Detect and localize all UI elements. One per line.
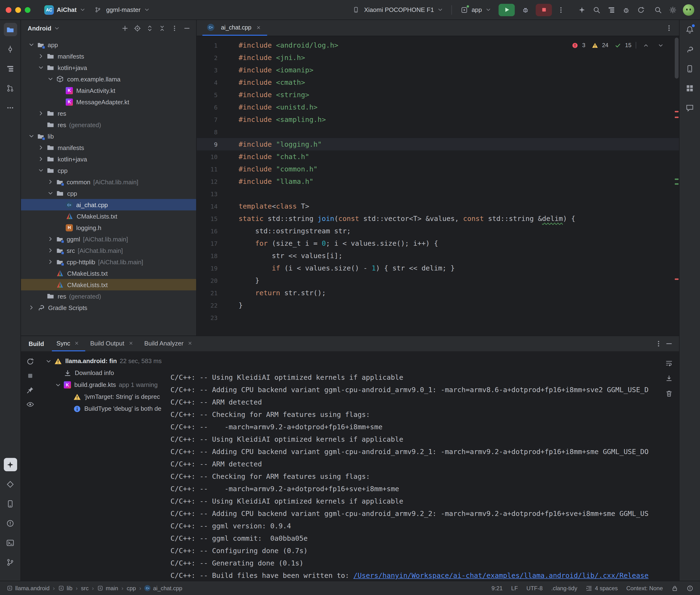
profile-avatar[interactable] [683, 4, 694, 16]
code-line[interactable]: 13 [197, 188, 679, 200]
tree-arrow[interactable] [37, 155, 45, 163]
tree-arrow[interactable] [37, 144, 45, 151]
code-line[interactable]: 2#include <jni.h> [197, 51, 679, 64]
build-tab-build-analyzer[interactable]: Build Analyzer [140, 336, 199, 351]
tree-arrow[interactable] [54, 381, 62, 389]
tree-item-manifests[interactable]: manifests [21, 142, 196, 153]
tree-item-app[interactable]: app [21, 39, 196, 51]
pin-tab-button[interactable] [24, 384, 36, 396]
layout-inspector-button[interactable] [683, 81, 696, 95]
tree-item-kotlin-java[interactable]: kotlin+java [21, 153, 196, 165]
expand-all-icon[interactable] [144, 22, 155, 34]
tree-item-cpp[interactable]: cpp [21, 188, 196, 199]
code-line[interactable]: 5#include <string> [197, 89, 679, 101]
code-line[interactable]: 12#include "llama.h" [197, 175, 679, 188]
tree-item-src[interactable]: src[AiChat.lib.main] [21, 245, 196, 256]
tree-item-ggml[interactable]: ggml[AiChat.lib.main] [21, 233, 196, 245]
stripe-mark-error[interactable] [675, 111, 678, 112]
tree-item-mainactivity-kt[interactable]: KMainActivity.kt [21, 85, 196, 96]
prev-problem-icon[interactable] [640, 40, 651, 51]
build-window-title[interactable]: Build [29, 340, 44, 347]
code-line[interactable]: 6#include <unistd.h> [197, 101, 679, 113]
code-line[interactable]: 22} [197, 299, 679, 311]
tree-item-res[interactable]: res(generated) [21, 119, 196, 131]
code-line[interactable]: 14template<class T> [197, 200, 679, 213]
minimize-window-button[interactable] [15, 7, 21, 12]
tree-item-com-example-llama[interactable]: com.example.llama [21, 73, 196, 85]
app-insights-button[interactable] [683, 101, 696, 114]
status-ide-messages[interactable] [687, 585, 693, 591]
terminal-button[interactable] [4, 536, 17, 549]
project-view-selector[interactable]: Android [28, 25, 60, 32]
status-context[interactable]: Context: None [626, 585, 663, 591]
next-problem-icon[interactable] [655, 40, 666, 51]
tree-item-download-info[interactable]: Download info [39, 367, 162, 379]
vcs-branch-selector[interactable]: ggml-master [89, 3, 153, 17]
ai-actions-icon[interactable] [577, 4, 587, 15]
editor-tab-options-icon[interactable] [664, 23, 674, 33]
tree-item-res[interactable]: res(generated) [21, 290, 196, 302]
code-line[interactable]: 18 str << values[i]; [197, 250, 679, 262]
code-line[interactable]: 21 return str.str(); [197, 287, 679, 299]
code-line[interactable]: 23 [197, 311, 679, 324]
hide-icon[interactable] [181, 22, 192, 34]
scroll-to-end-icon[interactable] [664, 373, 674, 384]
code-line[interactable]: 9#include "logging.h" [197, 138, 679, 150]
tree-item-lib[interactable]: lib [21, 131, 196, 142]
profiler-icon[interactable] [621, 4, 632, 15]
tree-item-buildtype-debug-is-both-de[interactable]: BuildType 'debug' is both de [39, 403, 162, 415]
breadcrumb-ai-chat-cpp[interactable]: C+ai_chat.cpp [145, 585, 183, 591]
passed-count[interactable]: 15 [613, 40, 632, 51]
tree-item-cmakelists-txt[interactable]: CMakeLists.txt [21, 267, 196, 279]
tree-item-ai-chat-cpp[interactable]: C+ai_chat.cpp [21, 199, 196, 210]
project-selector[interactable]: AC AiChat [41, 3, 89, 17]
code-line[interactable]: 20 } [197, 274, 679, 287]
problems-button[interactable] [4, 516, 17, 530]
close-tab-icon[interactable] [73, 340, 81, 347]
code-line[interactable]: 17 for (size_t i = 0; i < values.size();… [197, 237, 679, 250]
commit-button[interactable] [4, 42, 17, 56]
add-icon[interactable] [119, 22, 131, 34]
code-line[interactable]: 4#include <cmath> [197, 76, 679, 89]
tab-ai_chat-cpp[interactable]: C+ ai_chat.cpp [202, 20, 267, 36]
code-line[interactable]: 3#include <iomanip> [197, 64, 679, 76]
code-line[interactable]: 10#include "chat.h" [197, 150, 679, 163]
inspections-widget[interactable]: 3 24 15 [570, 40, 666, 51]
build-options-icon[interactable] [653, 339, 664, 349]
stripe-mark-error[interactable] [675, 116, 678, 118]
code-line[interactable]: 19 if (i < values.size() - 1) { str << d… [197, 262, 679, 274]
stripe-mark-added[interactable] [675, 183, 678, 185]
build-tab-build-output[interactable]: Build Output [85, 336, 140, 351]
tree-item-cmakelists-txt[interactable]: CMakeLists.txt [21, 210, 196, 222]
rerun-sync-button[interactable] [24, 355, 36, 367]
status-caret-position[interactable]: 9:21 [492, 585, 503, 591]
breadcrumb-src[interactable]: src [81, 585, 89, 591]
search-everywhere-icon[interactable] [653, 4, 663, 15]
code-line[interactable]: 16 std::ostringstream str; [197, 225, 679, 237]
tree-item-logging-h[interactable]: Hlogging.h [21, 222, 196, 233]
stop-sync-button[interactable] [24, 369, 36, 382]
tree-arrow[interactable] [47, 235, 54, 243]
status-lock[interactable] [671, 585, 678, 591]
status-file-encoding[interactable]: UTF-8 [526, 585, 542, 591]
tree-item-build-gradle-kts[interactable]: Kbuild.gradle.ktsapp 1 warning [39, 379, 162, 391]
run-config-selector[interactable]: app [457, 4, 495, 16]
code-line[interactable]: 7#include <sampling.h> [197, 113, 679, 126]
tree-arrow[interactable] [37, 52, 45, 60]
soft-wrap-icon[interactable] [664, 358, 674, 368]
assistant-button[interactable] [4, 458, 17, 471]
tree-item-manifests[interactable]: manifests [21, 51, 196, 62]
breadcrumb-llama-android[interactable]: llama.android [7, 585, 50, 591]
breadcrumb-cpp[interactable]: cpp [127, 585, 136, 591]
close-tab-icon[interactable] [186, 340, 194, 347]
close-window-button[interactable] [6, 7, 11, 12]
tree-arrow[interactable] [28, 132, 35, 140]
console-link[interactable]: /Users/hanyin/Workspace/ai-chat/examples… [354, 572, 648, 579]
collapse-all-icon[interactable] [156, 22, 168, 34]
tree-arrow[interactable] [47, 247, 54, 254]
tree-item-kotlin-java[interactable]: kotlin+java [21, 62, 196, 73]
more-run-actions-icon[interactable] [556, 4, 566, 15]
pull-requests-button[interactable] [4, 81, 17, 95]
device-mirror-button[interactable] [4, 497, 17, 510]
tree-arrow[interactable] [47, 258, 54, 266]
